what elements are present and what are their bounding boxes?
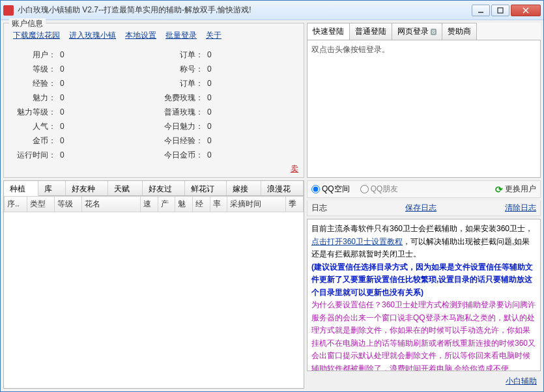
tab-garden[interactable]: 种植园 <box>4 181 38 196</box>
footer: 小白辅助 <box>307 374 541 389</box>
garden-table: 序.. 类型 等级 花名 速 产 魅 经 率 采摘时间 季 <box>4 196 304 212</box>
log-p2: (建议设置信任选择目录方式，因为如果是文件设置信任等辅助文件更新了又要重新设置信… <box>311 262 533 297</box>
today-gold-value: 0 <box>207 150 212 160</box>
account-legend: 账户信息 <box>9 18 46 29</box>
switch-user-button[interactable]: ⟳更换用户 <box>495 184 536 195</box>
about-link[interactable]: 关于 <box>206 30 222 41</box>
radio-qfriend[interactable]: QQ朋友 <box>360 184 399 195</box>
tab-romantic[interactable]: 浪漫花房 <box>261 181 304 195</box>
pop-value: 0 <box>60 122 64 131</box>
th-name[interactable]: 花名 <box>81 197 140 212</box>
order2-label: 订单： <box>160 78 207 89</box>
level-label: 等级： <box>13 64 60 75</box>
title2-value: 0 <box>207 64 212 74</box>
free-rose-value: 0 <box>207 93 212 102</box>
tab-inventory[interactable]: 库存 <box>38 181 66 195</box>
refresh-icon: ⟳ <box>495 184 503 195</box>
window-controls <box>472 5 541 16</box>
tab-graft[interactable]: 嫁接花 <box>227 181 261 195</box>
log-header: 日志 保存日志 清除日志 <box>307 201 541 216</box>
exp-label: 经验： <box>13 78 60 89</box>
log-p1a: 目前主流杀毒软件只有360卫士会拦截辅助，如果安装360卫士， <box>311 224 533 233</box>
garden-table-wrap: 序.. 类型 等级 花名 速 产 魅 经 率 采摘时间 季 <box>3 196 304 389</box>
th-yield[interactable]: 产 <box>158 197 175 212</box>
login-hint: 双点击头像按钮登录。 <box>311 45 390 54</box>
titlebar: 小白玫瑰小镇辅助 V2.7--打造最简单实用的辅助-解放双手,愉快游戏! <box>1 1 543 20</box>
exp-value: 0 <box>60 79 64 88</box>
user-value: 0 <box>60 50 64 59</box>
log-body[interactable]: 目前主流杀毒软件只有360卫士会拦截辅助，如果安装360卫士，点击打开360卫士… <box>307 219 541 371</box>
quick-login-panel: 双点击头像按钮登录。 <box>307 40 541 178</box>
window-title: 小白玫瑰小镇辅助 V2.7--打造最简单实用的辅助-解放双手,愉快游戏! <box>18 5 472 16</box>
title2-label: 称号： <box>160 64 207 75</box>
th-charm[interactable]: 魅 <box>175 197 193 212</box>
enter-town-link[interactable]: 进入玫瑰小镇 <box>69 30 116 41</box>
th-season[interactable]: 季 <box>286 197 304 212</box>
footer-link[interactable]: 小白辅助 <box>506 376 537 385</box>
th-type[interactable]: 类型 <box>27 197 55 212</box>
close-button[interactable] <box>511 5 541 16</box>
runtime-label: 运行时间： <box>13 150 60 161</box>
svg-rect-1 <box>498 8 503 13</box>
today-gold-label: 今日金币： <box>160 150 207 161</box>
radio-qfriend-input[interactable] <box>360 185 369 193</box>
today-charm-label: 今日魅力： <box>160 121 207 132</box>
today-exp-label: 今日经验： <box>160 135 207 147</box>
gold-value: 0 <box>60 136 64 145</box>
pop-label: 人气： <box>13 121 60 132</box>
level-value: 0 <box>60 64 64 74</box>
app-icon <box>3 5 14 16</box>
normal-rose-value: 0 <box>207 107 212 117</box>
th-rate[interactable]: 率 <box>210 197 227 212</box>
charm-label: 魅力： <box>13 92 60 104</box>
order2-value: 0 <box>207 79 212 88</box>
app-window: 小白玫瑰小镇辅助 V2.7--打造最简单实用的辅助-解放双手,愉快游戏! 账户信… <box>0 0 544 392</box>
main-tabs: 种植园 库存 好友种植 天赋宝 好友过滤 鲜花订单 嫁接花 浪漫花房 <box>3 180 304 196</box>
today-exp-value: 0 <box>207 136 212 145</box>
tab-sponsor[interactable]: 赞助商 <box>442 23 477 40</box>
badge-icon: 8 <box>431 29 437 35</box>
save-log-link[interactable]: 保存日志 <box>405 203 437 214</box>
log-360-link[interactable]: 点击打开360卫士设置教程 <box>311 237 403 246</box>
runtime-value: 0 <box>60 150 64 160</box>
sell-link[interactable]: 卖 <box>291 163 298 175</box>
link-row: 下载魔法花园 进入玫瑰小镇 本地设置 批量登录 关于 <box>13 30 300 41</box>
charm-level-value: 0 <box>60 107 64 117</box>
log-p3: 为什么要设置信任？360卫士处理方式检测到辅助登录要访问腾许服务器的会出来一个窗… <box>311 300 536 371</box>
th-harvest[interactable]: 采摘时间 <box>227 197 286 212</box>
order-label: 订单： <box>160 49 207 61</box>
tab-friend-plant[interactable]: 好友种植 <box>66 181 108 195</box>
normal-rose-label: 普通玫瑰： <box>160 107 207 118</box>
th-seq[interactable]: 序.. <box>5 197 27 212</box>
radio-qzone-input[interactable] <box>311 185 320 193</box>
radio-qzone[interactable]: QQ空间 <box>311 184 350 195</box>
tab-normal-login[interactable]: 普通登陆 <box>349 23 392 40</box>
th-speed[interactable]: 速 <box>140 197 158 212</box>
account-info-group: 账户信息 下载魔法花园 进入玫瑰小镇 本地设置 批量登录 关于 用户：0 等级：… <box>3 23 304 178</box>
download-garden-link[interactable]: 下载魔法花园 <box>13 30 60 41</box>
gold-label: 金币： <box>13 135 60 147</box>
th-exp[interactable]: 经 <box>192 197 210 212</box>
tab-talent[interactable]: 天赋宝 <box>108 181 143 195</box>
batch-login-link[interactable]: 批量登录 <box>165 30 197 41</box>
th-level[interactable]: 等级 <box>55 197 82 212</box>
today-charm-value: 0 <box>207 122 212 131</box>
tab-quick-login[interactable]: 快速登陆 <box>307 23 350 40</box>
clear-log-link[interactable]: 清除日志 <box>505 203 536 214</box>
tab-friend-filter[interactable]: 好友过滤 <box>143 181 185 195</box>
platform-radio-row: QQ空间 QQ朋友 ⟳更换用户 <box>307 180 541 198</box>
free-rose-label: 免费玫瑰： <box>160 92 207 104</box>
minimize-button[interactable] <box>472 5 490 16</box>
login-tabs: 快速登陆 普通登陆 网页登录8 赞助商 <box>307 23 541 40</box>
tab-flower-order[interactable]: 鲜花订单 <box>185 181 227 195</box>
charm-level-label: 魅力等级： <box>13 107 60 118</box>
charm-value: 0 <box>60 93 64 102</box>
local-settings-link[interactable]: 本地设置 <box>125 30 156 41</box>
maximize-button[interactable] <box>491 5 509 16</box>
user-label: 用户： <box>13 49 60 61</box>
order-value: 0 <box>207 50 212 59</box>
tab-web-login[interactable]: 网页登录8 <box>392 23 442 40</box>
log-label: 日志 <box>311 203 327 214</box>
